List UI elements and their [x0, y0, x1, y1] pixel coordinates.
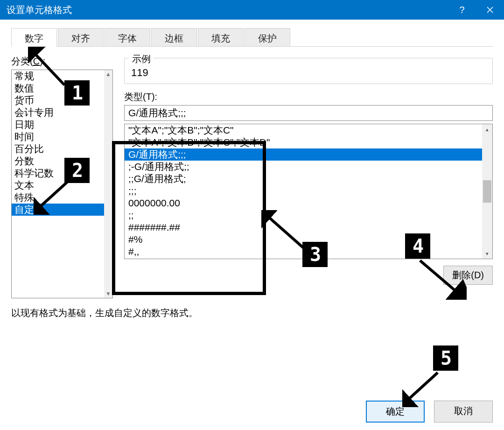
category-item[interactable]: 日期 — [12, 119, 112, 131]
tab-fill[interactable]: 填充 — [198, 28, 244, 46]
tab-font[interactable]: 字体 — [105, 28, 150, 46]
category-label: 分类(C): — [11, 55, 113, 68]
help-button[interactable]: ? — [448, 0, 476, 20]
scroll-down-icon[interactable]: ▼ — [104, 289, 112, 298]
tab-protect[interactable]: 保护 — [245, 28, 290, 46]
scroll-up-icon[interactable]: ▲ — [104, 70, 112, 78]
helper-text: 以现有格式为基础，生成自定义的数字格式。 — [11, 307, 493, 319]
category-list[interactable]: 常规数值货币会计专用日期时间百分比分数科学记数文本特殊自定义 ▲ ▼ — [11, 70, 113, 298]
tab-number[interactable]: 数字 — [11, 28, 57, 47]
format-item[interactable]: "文本A";"文本B";"文本C";"文本D" — [125, 136, 484, 148]
type-input[interactable] — [124, 105, 493, 121]
category-item[interactable]: 会计专用 — [12, 106, 112, 119]
close-button[interactable] — [476, 0, 504, 20]
category-item[interactable]: 特殊 — [12, 191, 112, 204]
category-item[interactable]: 自定义 — [12, 204, 112, 216]
category-item[interactable]: 文本 — [12, 179, 112, 191]
example-group: 示例 119 — [124, 58, 493, 84]
format-item[interactable]: 0000000.00 — [125, 197, 484, 209]
scrollbar-thumb[interactable] — [483, 180, 491, 203]
format-list[interactable]: "文本A";"文本B";"文本C""文本A";"文本B";"文本C";"文本D"… — [124, 124, 493, 259]
annotation-marker-3: 3 — [302, 242, 328, 267]
scroll-down-icon[interactable]: ▾ — [482, 248, 492, 259]
format-item[interactable]: ;; — [125, 209, 484, 221]
category-item[interactable]: 数值 — [12, 82, 112, 94]
annotation-marker-5: 5 — [433, 345, 458, 371]
dialog-footer: 确定 取消 — [366, 401, 493, 423]
title-bar: 设置单元格格式 ? — [0, 0, 504, 20]
ok-button[interactable]: 确定 — [366, 401, 425, 423]
window-title: 设置单元格格式 — [7, 4, 448, 16]
tab-border[interactable]: 边框 — [151, 28, 197, 46]
format-item[interactable]: ;;; — [125, 185, 484, 197]
annotation-marker-4: 4 — [405, 233, 430, 259]
close-icon — [487, 7, 493, 13]
category-item[interactable]: 时间 — [12, 131, 112, 143]
type-label: 类型(T): — [124, 91, 493, 103]
category-item[interactable]: 分数 — [12, 155, 112, 167]
example-label: 示例 — [129, 53, 154, 65]
cancel-button[interactable]: 取消 — [434, 401, 493, 423]
tab-align[interactable]: 对齐 — [58, 28, 104, 46]
format-item[interactable]: G/通用格式;;; — [125, 148, 484, 161]
format-scrollbar[interactable]: ▴ ▾ — [482, 124, 492, 259]
category-item[interactable]: 常规 — [12, 70, 112, 82]
format-item[interactable]: "文本A";"文本B";"文本C" — [125, 124, 484, 136]
delete-button[interactable]: 删除(D) — [443, 266, 493, 285]
format-item[interactable]: ;-G/通用格式;; — [125, 161, 484, 173]
annotation-marker-1: 1 — [64, 80, 90, 106]
example-value: 119 — [131, 67, 486, 79]
format-item[interactable]: ;;G/通用格式; — [125, 173, 484, 185]
format-item[interactable]: #######.## — [125, 221, 484, 233]
category-scrollbar[interactable]: ▲ ▼ — [104, 70, 112, 298]
tab-bar: 数字 对齐 字体 边框 填充 保护 — [11, 28, 493, 47]
scroll-up-icon[interactable]: ▴ — [482, 124, 492, 134]
annotation-marker-2: 2 — [64, 158, 90, 183]
category-item[interactable]: 货币 — [12, 94, 112, 106]
category-item[interactable]: 百分比 — [12, 143, 112, 155]
svg-line-4 — [406, 373, 438, 402]
category-item[interactable]: 科学记数 — [12, 167, 112, 179]
